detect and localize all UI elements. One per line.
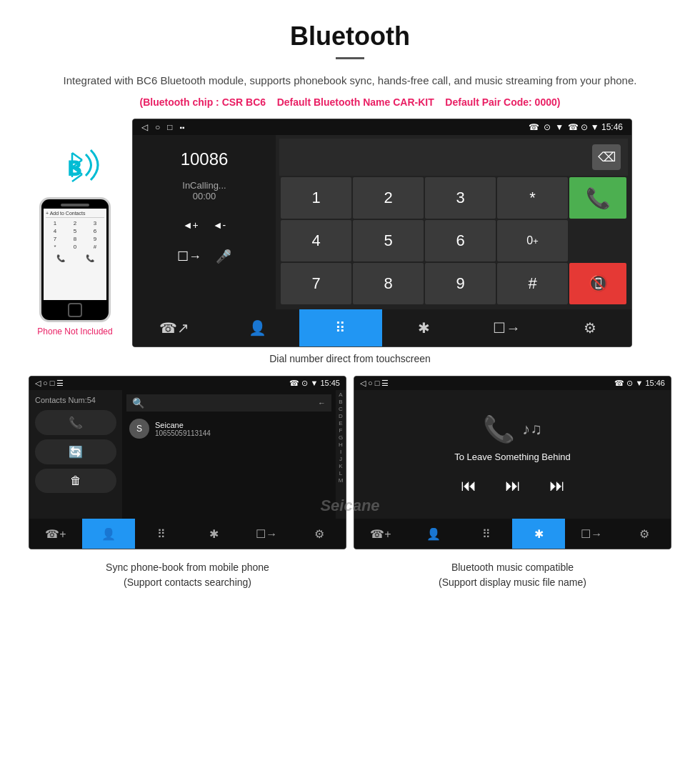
numpad-top-bar: ⌫ — [279, 139, 628, 176]
key-5[interactable]: 5 — [353, 220, 424, 261]
music-nav-transfer[interactable]: ☐→ — [565, 519, 618, 549]
contact-name: Seicane — [155, 421, 211, 429]
key-1[interactable]: 1 — [281, 177, 351, 219]
nav-contacts[interactable]: 👤 — [216, 309, 299, 346]
header-section: Bluetooth Integrated with BC6 Bluetooth … — [0, 0, 700, 119]
bottom-screens-wrapper: ◁ ○ □ ☰ ☎ ⊙ ▼ 15:45 Contacts Num:54 📞 🔄 … — [0, 376, 700, 549]
music-status-bar: ◁ ○ □ ☰ ☎ ⊙ ▼ 15:46 — [354, 376, 671, 390]
nav-dialpad[interactable]: ⠿ — [299, 309, 382, 346]
music-screenshot: ◁ ○ □ ☰ ☎ ⊙ ▼ 15:46 📞 ♪♫ To Leave Someth… — [354, 376, 671, 549]
music-nav-contacts[interactable]: 👤 — [407, 519, 460, 549]
phone-not-included-label: Phone Not Included — [37, 326, 112, 336]
key-0plus[interactable]: 0+ — [497, 220, 568, 261]
nav-bluetooth[interactable]: ✱ — [382, 309, 465, 346]
dial-volume-controls: ◄+ ◄- — [183, 219, 226, 231]
next-track-button[interactable]: ⏭ — [549, 477, 565, 495]
square-icon: □ — [167, 122, 172, 132]
key-9[interactable]: 9 — [425, 263, 496, 304]
phone-mockup: ʙ + Add to Contacts 123 456 789 *0# — [29, 140, 121, 336]
music-phone-icon: 📞 — [483, 414, 515, 444]
dial-numpad-panel: ⌫ 1 2 3 * 📞 4 5 6 0+ 7 8 — [276, 135, 631, 309]
music-nav-settings[interactable]: ⚙ — [618, 519, 671, 549]
phone-keypad: 123 456 789 *0# — [46, 220, 104, 250]
header-divider — [336, 57, 364, 59]
dial-left-panel: 10086 InCalling... 00:00 ◄+ ◄- ☐→ 🎤 — [133, 135, 276, 309]
search-icon: 🔍 — [132, 397, 144, 409]
volume-down-icon[interactable]: ◄- — [213, 219, 226, 231]
location-icon: ⊙ — [544, 122, 551, 132]
music-playback-controls: ⏮ ⏭ ⏭ — [461, 477, 565, 495]
header-specs: (Bluetooth chip : CSR BC6 Default Blueto… — [43, 96, 657, 108]
contacts-status-right: ☎ ⊙ ▼ 15:45 — [289, 379, 340, 388]
phone-frame: + Add to Contacts 123 456 789 *0# 📞 📞 — [39, 197, 111, 322]
phone-speaker — [61, 204, 89, 206]
key-6[interactable]: 6 — [425, 220, 496, 261]
key-2[interactable]: 2 — [353, 177, 424, 219]
contact-phone: 10655059113144 — [155, 429, 211, 437]
key-7[interactable]: 7 — [281, 263, 351, 304]
contact-avatar: S — [129, 419, 149, 439]
microphone-icon[interactable]: 🎤 — [216, 249, 231, 264]
time-display: ☎ ⊙ ▼ 15:46 — [568, 122, 623, 132]
caption-left: Sync phone-book from mobile phone (Suppo… — [29, 560, 346, 590]
dial-screenshot: ◁ ○ □ ▪▪ ☎ ⊙ ▼ ☎ ⊙ ▼ 15:46 10086 InCalli… — [132, 119, 632, 347]
nav-transfer[interactable]: ☎↗ — [133, 309, 216, 346]
call-button[interactable]: 📞 — [569, 177, 626, 219]
contacts-nav-settings[interactable]: ⚙ — [293, 519, 346, 549]
music-note-icon: ♪♫ — [522, 420, 542, 439]
delete-action-btn[interactable]: 🗑 — [35, 469, 116, 493]
contact-list-item[interactable]: S Seicane 10655059113144 — [126, 416, 331, 442]
music-icon-area: 📞 ♪♫ — [483, 414, 542, 444]
contacts-nav-bt[interactable]: ✱ — [187, 519, 240, 549]
wifi-icon: ▼ — [555, 122, 564, 132]
numpad-grid: 1 2 3 * 📞 4 5 6 0+ 7 8 9 # 📵 — [279, 176, 628, 306]
phone-action-buttons: 📞 📞 — [46, 254, 104, 262]
back-icon: ◁ — [141, 122, 148, 132]
backspace-button[interactable]: ⌫ — [592, 144, 621, 170]
contacts-search-bar: 🔍 ← — [126, 394, 331, 412]
sync-action-btn[interactable]: 🔄 — [35, 439, 116, 464]
music-song-title: To Leave Something Behind — [454, 452, 571, 462]
play-pause-button[interactable]: ⏭ — [505, 477, 521, 495]
transfer-icon[interactable]: ☐→ — [177, 249, 201, 264]
bottom-screenshots: ◁ ○ □ ☰ ☎ ⊙ ▼ 15:45 Contacts Num:54 📞 🔄 … — [0, 376, 700, 549]
contacts-search-input[interactable] — [148, 399, 314, 407]
music-nav-dialpad[interactable]: ⠿ — [460, 519, 513, 549]
contacts-nav-dialpad[interactable]: ⠿ — [135, 519, 188, 549]
call-action-btn[interactable]: 📞 — [35, 410, 116, 435]
contacts-nav-contacts[interactable]: 👤 — [82, 519, 135, 549]
watermark: Seicane — [320, 497, 379, 515]
prev-track-button[interactable]: ⏮ — [461, 477, 476, 495]
contacts-count: Contacts Num:54 — [35, 396, 116, 404]
contacts-right-panel: 🔍 ← S Seicane 10655059113144 — [122, 390, 336, 519]
key-3[interactable]: 3 — [425, 177, 496, 219]
music-status-left: ◁ ○ □ ☰ — [360, 379, 389, 388]
phone-add-contact: + Add to Contacts — [46, 211, 104, 218]
key-8[interactable]: 8 — [353, 263, 424, 304]
page-title: Bluetooth — [43, 21, 657, 51]
dial-nav-bar: ☎↗ 👤 ⠿ ✱ ☐→ ⚙ — [133, 309, 631, 346]
end-call-button[interactable]: 📵 — [569, 263, 626, 304]
contact-details: Seicane 10655059113144 — [155, 421, 211, 437]
music-nav-bar: ☎+ 👤 ⠿ ✱ ☐→ ⚙ — [354, 519, 671, 549]
nav-settings[interactable]: ⚙ — [549, 309, 631, 346]
music-nav-call[interactable]: ☎+ — [354, 519, 407, 549]
key-4[interactable]: 4 — [281, 220, 351, 261]
nav-transfer2[interactable]: ☐→ — [465, 309, 548, 346]
bluetooth-waves-icon: ʙ — [46, 140, 104, 190]
search-backspace-icon: ← — [318, 399, 326, 407]
dial-status-left: ◁ ○ □ ▪▪ — [141, 122, 185, 132]
header-description: Integrated with BC6 Bluetooth module, su… — [43, 72, 657, 89]
contacts-body: Contacts Num:54 📞 🔄 🗑 🔍 ← S Se — [29, 390, 346, 519]
dial-status-right: ☎ ⊙ ▼ ☎ ⊙ ▼ 15:46 — [529, 122, 623, 132]
key-star[interactable]: * — [497, 177, 568, 219]
caption-right: Bluetooth music compatible (Support disp… — [354, 560, 671, 590]
contacts-nav-transfer[interactable]: ☐→ — [240, 519, 293, 549]
key-hash[interactable]: # — [497, 263, 568, 304]
dial-number-display: 10086 — [181, 149, 229, 169]
music-nav-bt[interactable]: ✱ — [512, 519, 565, 549]
contacts-nav-call[interactable]: ☎+ — [29, 519, 82, 549]
volume-up-icon[interactable]: ◄+ — [183, 219, 199, 231]
phone-screen: + Add to Contacts 123 456 789 *0# 📞 📞 — [44, 209, 106, 300]
sim-icon: ▪▪ — [180, 124, 185, 131]
